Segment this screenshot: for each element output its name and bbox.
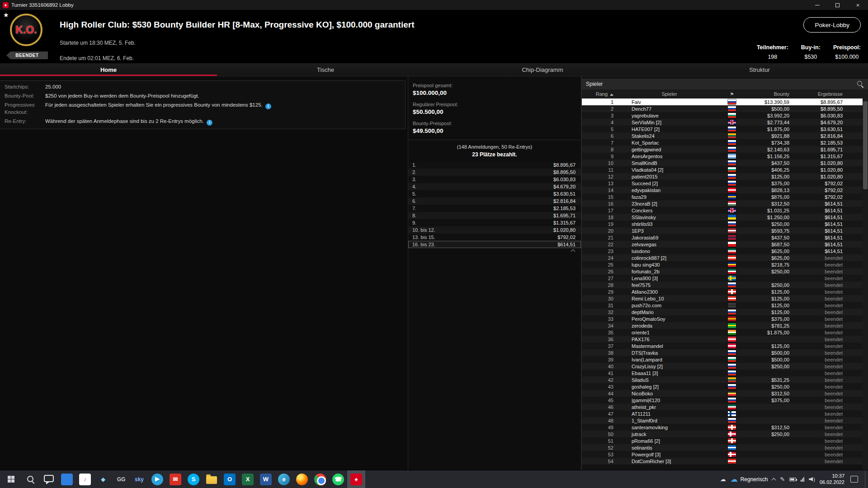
player-row[interactable]: 33PeroQmaloSoy$375,00beendet [582,315,863,322]
player-row[interactable]: 10SmallKindB$437,50$1.020,80 [582,160,863,166]
start-icon[interactable] [0,470,22,488]
player-row[interactable]: 17Conckers$1.031,25$614,51 [582,207,863,214]
player-row[interactable]: 29Atilano2300$125,00beendet [582,288,863,295]
player-row[interactable]: 18SSlavinsky$1.250,00$614,51 [582,214,863,221]
search-icon[interactable] [857,80,864,88]
player-row[interactable]: 6Stakelis24$921,88$2.816,84 [582,132,863,139]
player-row[interactable]: 40CrazyLissy [2]$250,00beendet [582,363,863,370]
mail-icon[interactable]: ✉ [166,470,184,488]
show-desktop-button[interactable] [865,470,867,488]
player-row[interactable]: 21Jakorasia69$437,50$614,51 [582,234,863,241]
player-row[interactable]: 9AsesArgentos$1.156,25$1.315,67 [582,153,863,160]
payout-scroll-up[interactable] [408,248,581,253]
sky-icon[interactable]: sky [130,470,148,488]
diamond-app-icon[interactable]: ◆ [94,470,112,488]
payout-row[interactable]: 9.$1.315,67 [408,219,581,226]
player-row[interactable]: 31push72o.com$125,00beendet [582,302,863,309]
scrollbar-thumb[interactable] [863,101,868,189]
column-results[interactable]: Ergebnisse [789,91,843,97]
player-row[interactable]: 41Ebaaa11 [3]beendet [582,370,863,376]
payout-row[interactable]: 6.$2.816,84 [408,197,581,205]
player-row[interactable]: 481_Stamf0rdbeendet [582,417,863,424]
player-row[interactable]: 37Mastermandel$125,00beendet [582,343,863,349]
clock[interactable]: 10:37 06.02.2022 [820,473,844,486]
telegram-icon[interactable] [148,470,166,488]
skype-icon[interactable]: S [184,470,203,488]
player-row[interactable]: 35oriente1$1.875,00beendet [582,329,863,336]
player-row[interactable]: 39Ivan(Lampard$500,00beendet [582,356,863,363]
player-row[interactable]: 1623noraB [2]$312,50$614,51 [582,200,863,207]
file-explorer-icon[interactable] [203,470,221,488]
player-row[interactable]: 23luisdono$625,00$614,51 [582,248,863,254]
close-button[interactable]: × [848,0,868,10]
firefox-icon[interactable] [293,470,311,488]
player-row[interactable]: 201EP3$593,75$614,51 [582,227,863,234]
payout-row[interactable]: 3.$6.030,83 [408,176,581,183]
player-row[interactable]: 47AT11211beendet [582,410,863,417]
player-row[interactable]: 54DotComRicher [3]beendet [582,458,863,465]
player-row[interactable]: 53Powergolf [3]beendet [582,451,863,458]
payout-row[interactable]: 7.$2.185,53 [408,205,581,212]
tab-struktur[interactable]: Struktur [651,63,868,76]
player-row[interactable]: 1Faiv$13.390,59$8.895,67 [582,99,863,105]
payout-row[interactable]: 8.$1.695,71 [408,212,581,219]
column-player[interactable]: Spieler [613,91,725,97]
payout-row[interactable]: 1.$8.895,67 [408,161,581,169]
player-row[interactable]: 5HATE007 [2]$1.875,00$3.630,51 [582,126,863,132]
player-row[interactable]: 46atheist_pkrbeendet [582,404,863,410]
payout-row[interactable]: 16. bis 23.$614,51 [408,241,581,248]
tab-home[interactable]: Home [0,63,217,76]
player-row[interactable]: 51pRoma66 [2]beendet [582,437,863,444]
tray-expand-chevron-icon[interactable] [772,478,776,482]
payout-row[interactable]: 10. bis 12.$1.020,80 [408,226,581,234]
players-scrollbar[interactable] [863,99,868,470]
player-row[interactable]: 15faza29$875,00$792,02 [582,193,863,200]
poker-lobby-button[interactable]: Poker-Lobby [803,17,861,33]
player-row[interactable]: 19shtirlits93$250,00$614,51 [582,221,863,227]
maximize-button[interactable] [827,0,848,10]
volume-icon[interactable]: ) [809,477,815,482]
tab-tische[interactable]: Tische [217,63,434,76]
player-row[interactable]: 26fortunato_2b$250,00beendet [582,268,863,275]
excel-icon[interactable]: X [239,470,257,488]
player-row[interactable]: 30Remi Lebo_10$125,00beendet [582,295,863,302]
network-icon[interactable] [801,477,804,482]
column-bounty[interactable]: Bounty [739,91,789,97]
payout-row[interactable]: 13. bis 15.$792,02 [408,234,581,241]
outlook-icon[interactable]: O [221,470,239,488]
info-icon[interactable]: i [265,103,271,109]
player-row[interactable]: 27Lena900 [3]beendet [582,275,863,282]
player-row[interactable]: 52selinantisbeendet [582,444,863,451]
favorite-star-icon[interactable]: ★ [3,11,9,19]
player-row[interactable]: 8gettingpwned$2.140,63$1.695,71 [582,146,863,153]
player-row[interactable]: 44NicoBoko$312,50beendet [582,390,863,397]
player-row[interactable]: 34zerodeda$781,25beendet [582,322,863,329]
player-row[interactable]: 42SiladuS$531,25beendet [582,376,863,383]
chat-icon[interactable] [40,470,58,488]
player-row[interactable]: 36PAX176beendet [582,336,863,343]
music-icon[interactable]: ♪ [76,470,94,488]
onedrive-cloud-icon[interactable]: ☁ [720,476,726,483]
whatsapp-icon[interactable]: ☎ [329,470,347,488]
player-row[interactable]: 14edyvpakistan$828,13$792,02 [582,187,863,193]
player-row[interactable]: 7Kot_Spartac$734,38$2.185,53 [582,139,863,146]
edge-icon[interactable]: e [275,470,293,488]
player-row[interactable]: 25lupu sing430$218,75beendet [582,261,863,268]
chrome-icon[interactable] [311,470,329,488]
notification-center-icon[interactable] [850,476,858,483]
player-row[interactable]: 11Vladkata04 [2]$406,25$1.020,80 [582,166,863,173]
player-row[interactable]: 4SerVlaMin [2]$2.773,44$4.679,20 [582,119,863,126]
player-row[interactable]: 38DTS|Travka$500,00beendet [582,349,863,356]
search-icon[interactable] [22,470,40,488]
photos-icon[interactable] [58,470,76,488]
player-row[interactable]: 32deptMario$125,00beendet [582,309,863,315]
player-row[interactable]: 49santeramoviking$312,50beendet [582,424,863,431]
player-row[interactable]: 12patient2015$125,00$1.020,80 [582,173,863,180]
gg-poker-icon[interactable]: GG [112,470,130,488]
pokerstars-icon[interactable]: ♠ [347,470,365,488]
payout-row[interactable]: 4.$4.679,20 [408,183,581,190]
player-row[interactable]: 45|gammi|€120$375,00beendet [582,397,863,404]
payout-row[interactable]: 2.$8.895,50 [408,169,581,176]
column-rank[interactable]: Rang [582,91,613,97]
payout-row[interactable]: 5.$3.630,51 [408,190,581,197]
